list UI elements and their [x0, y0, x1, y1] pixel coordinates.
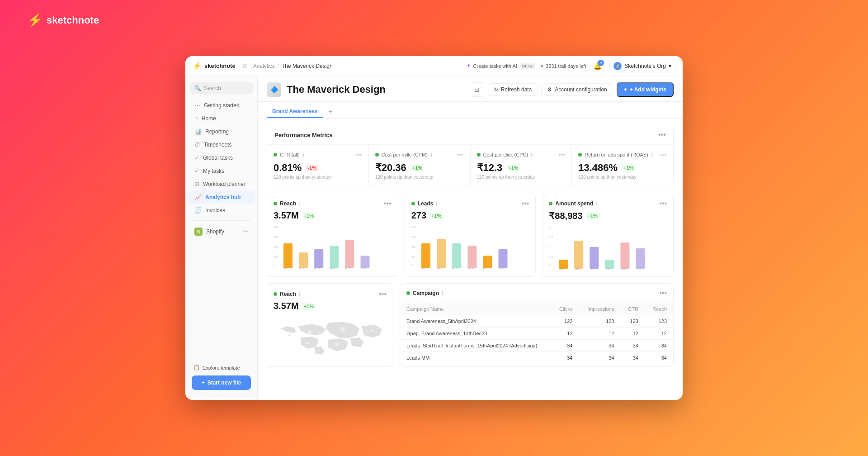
col-header-campaign-name: Campaign Name [400, 303, 552, 315]
svg-text:3M: 3M [274, 235, 278, 238]
breadcrumb-parent[interactable]: Analytics [253, 63, 275, 69]
tab-label-brand-awareness: Brand Awareness [272, 108, 318, 114]
metric-card-roas: Return on ads spent (ROAS) ℹ ••• 13.486%… [572, 145, 673, 186]
reach-map-more-icon[interactable]: ••• [379, 290, 387, 298]
tab-brand-awareness[interactable]: Brand Awareness [267, 105, 323, 118]
svg-text:1.5: 1.5 [549, 236, 553, 239]
metric-more-roas[interactable]: ••• [660, 151, 667, 158]
reach-bar-chart: 4M 3M 2M 1M 0 [274, 224, 392, 270]
svg-text:1M: 1M [274, 255, 278, 258]
reach-chart-header: Reach ℹ ••• [274, 200, 392, 208]
breadcrumb-current: The Maverick Design [282, 63, 333, 69]
shopify-icon: S [194, 228, 203, 236]
reach-map-header: Reach ℹ ••• [274, 290, 387, 298]
add-widgets-label: + Add widgets [630, 86, 666, 93]
shopify-more-icon[interactable]: ••• [242, 228, 248, 235]
amount-number: ₹88,983 [549, 210, 582, 221]
campaign-more-icon[interactable]: ••• [659, 289, 667, 297]
sidebar-item-workload-planner[interactable]: ⊞ Workload planner [188, 177, 255, 190]
add-widgets-button[interactable]: + + Add widgets [617, 82, 674, 97]
cell-reach: 123 [645, 315, 673, 328]
org-selector[interactable]: ⚡ Sketchnote's Org ▾ [609, 60, 675, 72]
sidebar-item-my-tasks[interactable]: ✓ My tasks [188, 164, 255, 177]
sidebar-integration-shopify[interactable]: S Shopify ••• [188, 224, 255, 239]
svg-point-55 [306, 342, 309, 344]
reach-more-icon[interactable]: ••• [384, 200, 392, 208]
timesheets-icon: ⏱ [194, 141, 200, 148]
svg-rect-22 [421, 243, 430, 268]
metric-card-roas-header: Return on ads spent (ROAS) ℹ ••• [578, 151, 667, 158]
reach-map-label: Reach [280, 291, 296, 297]
workload-icon: ⊞ [194, 180, 199, 187]
metric-info-cpc[interactable]: ℹ [531, 152, 533, 158]
section-more-icon[interactable]: ••• [658, 131, 666, 139]
explore-template-button[interactable]: 📋 Explore template [189, 361, 254, 374]
metric-info-ctr[interactable]: ℹ [302, 152, 304, 158]
campaign-label: Campaign [413, 290, 439, 296]
svg-text:50: 50 [411, 255, 415, 258]
sidebar-item-invoices[interactable]: 🧾 Invoices [188, 204, 255, 217]
filter-button[interactable]: ⊟ [470, 82, 484, 97]
metric-info-roas[interactable]: ℹ [651, 152, 653, 158]
account-config-button[interactable]: ⚙ Account configuration [541, 83, 613, 96]
notification-button[interactable]: 🔔 4 [591, 60, 604, 72]
outer-logo-icon: ⚡ [27, 13, 43, 28]
metric-sub-ctr: 120 points up than yesterday [274, 175, 362, 180]
metric-more-cpc[interactable]: ••• [559, 151, 566, 158]
svg-text:Ad 4: Ad 4 [467, 267, 473, 270]
cell-ctr: 34 [620, 340, 644, 352]
metric-change-cpc: +1% [506, 164, 520, 171]
chart-widgets-row: Reach ℹ ••• 3.57M +1% 4M [267, 193, 674, 277]
reach-map-info-icon[interactable]: ℹ [299, 291, 301, 297]
refresh-button[interactable]: ↻ Refresh data [488, 83, 538, 96]
svg-point-54 [370, 329, 373, 332]
search-label: Search [204, 85, 221, 91]
sidebar-item-home[interactable]: ⌂ Home [188, 112, 255, 125]
beta-badge: BETA [520, 63, 535, 69]
sidebar-item-getting-started[interactable]: ⋯ Getting started [188, 99, 255, 112]
expand-icon[interactable]: ⊞ [243, 62, 248, 69]
leads-info-icon[interactable]: ℹ [436, 201, 438, 207]
content-area: 🔷 The Maverick Design ⊟ ↻ Refresh data ⚙… [258, 76, 683, 400]
sidebar-item-timesheets[interactable]: ⏱ Timesheets [188, 138, 255, 151]
search-button[interactable]: 🔍 Search [190, 82, 253, 94]
start-new-file-button[interactable]: + Start new file [192, 375, 251, 390]
svg-text:Ad 5: Ad 5 [483, 267, 489, 270]
metric-more-ctr[interactable]: ••• [355, 151, 362, 158]
amount-more-icon[interactable]: ••• [659, 200, 667, 208]
reach-map-change: +1% [302, 303, 316, 310]
sidebar-item-analytics-hub[interactable]: 📈 Analytics hub [188, 190, 255, 204]
metric-dot-cpc [477, 153, 481, 157]
sidebar-item-global-tasks[interactable]: ✓ Global tasks [188, 151, 255, 164]
performance-metrics-section: Performance Metrics ••• CTR (all) ℹ [267, 125, 674, 186]
trail-info: ≡ 3231 trail days left [541, 63, 586, 69]
sidebar-divider [192, 220, 251, 221]
svg-text:4M: 4M [274, 225, 278, 228]
tab-add-button[interactable]: + [325, 106, 336, 117]
create-tasks-button[interactable]: ✦ Create tasks with AI BETA [467, 63, 535, 69]
section-header-performance: Performance Metrics ••• [267, 125, 673, 145]
sidebar-item-reporting[interactable]: 📊 Reporting [188, 125, 255, 138]
leads-number: 273 [411, 210, 426, 221]
metric-change-roas: +1% [621, 164, 636, 171]
getting-started-icon: ⋯ [194, 102, 200, 109]
cell-reach: 12 [645, 328, 673, 340]
svg-text:150: 150 [411, 235, 417, 238]
metric-more-cpm[interactable]: ••• [457, 151, 464, 158]
sidebar: 🔍 Search ⋯ Getting started ⌂ Home 📊 Repo… [185, 76, 258, 400]
metric-value-cpm: ₹20.36 +1% [375, 162, 464, 174]
reporting-icon: 📊 [194, 128, 202, 135]
svg-text:100: 100 [411, 245, 417, 248]
reach-chart-widget: Reach ℹ ••• 3.57M +1% 4M [267, 193, 398, 277]
amount-info-icon[interactable]: ℹ [596, 201, 598, 207]
leads-more-icon[interactable]: ••• [522, 200, 529, 208]
reach-info-icon[interactable]: ℹ [299, 201, 301, 207]
leads-value: 273 +1% [411, 210, 529, 221]
global-tasks-icon: ✓ [194, 154, 199, 161]
cell-impressions: 34 [579, 340, 620, 352]
leads-label: Leads [418, 200, 434, 207]
cell-impressions: 34 [579, 352, 620, 364]
svg-text:0: 0 [274, 263, 275, 266]
campaign-info-icon[interactable]: ℹ [442, 290, 443, 296]
metric-info-cpm[interactable]: ℹ [430, 152, 432, 158]
